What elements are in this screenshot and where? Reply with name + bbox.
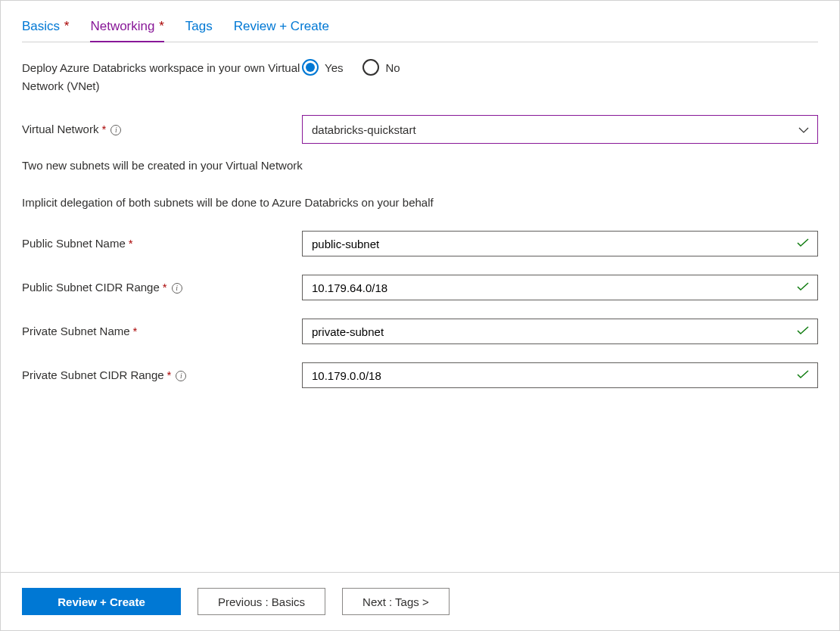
tab-review-label: Review + Create — [234, 19, 329, 33]
chevron-down-icon — [798, 123, 809, 135]
tab-tags-label: Tags — [185, 19, 213, 33]
wizard-footer: Review + Create Previous : Basics Next :… — [1, 572, 839, 630]
vnet-toggle-row: Deploy Azure Databricks workspace in you… — [22, 59, 818, 95]
required-asterisk: * — [163, 279, 167, 296]
public-subnet-cidr-input[interactable] — [302, 275, 818, 300]
public-subnet-name-field-col — [302, 231, 818, 256]
public-subnet-cidr-row: Public Subnet CIDR Range * i — [22, 275, 818, 300]
tab-basics-label: Basics — [22, 19, 60, 33]
next-button[interactable]: Next : Tags > — [342, 588, 450, 615]
public-subnet-cidr-field-col — [302, 275, 818, 300]
public-subnet-name-label: Public Subnet Name — [22, 235, 126, 252]
vnet-toggle-label: Deploy Azure Databricks workspace in you… — [22, 59, 302, 95]
public-subnet-name-input[interactable] — [302, 231, 818, 256]
private-subnet-cidr-field-col — [302, 362, 818, 388]
vnet-radio-yes-label: Yes — [325, 61, 343, 74]
required-asterisk: * — [129, 235, 133, 252]
tab-tags[interactable]: Tags — [185, 17, 213, 42]
tab-review-create[interactable]: Review + Create — [234, 17, 329, 42]
vnet-label: Virtual Network — [22, 121, 98, 138]
radio-selected-icon — [302, 59, 319, 76]
radio-unselected-icon — [362, 59, 379, 76]
private-subnet-name-input[interactable] — [302, 319, 818, 344]
private-subnet-name-row: Private Subnet Name * — [22, 319, 818, 344]
wizard-frame: Basics * Networking * Tags Review + Crea… — [0, 0, 840, 631]
required-asterisk: * — [155, 19, 163, 33]
vnet-select[interactable]: databricks-quickstart — [302, 115, 818, 144]
required-asterisk: * — [167, 367, 172, 384]
previous-button[interactable]: Previous : Basics — [198, 588, 325, 615]
tab-networking[interactable]: Networking * — [90, 17, 163, 42]
private-subnet-name-label-col: Private Subnet Name * — [22, 323, 302, 340]
vnet-select-value: databricks-quickstart — [312, 123, 416, 136]
review-create-button[interactable]: Review + Create — [22, 588, 181, 615]
subnet-info-2: Implicit delegation of both subnets will… — [22, 194, 818, 212]
vnet-radio-yes[interactable]: Yes — [302, 59, 343, 76]
public-subnet-name-row: Public Subnet Name * — [22, 231, 818, 256]
info-icon[interactable]: i — [172, 283, 182, 294]
vnet-field-col: databricks-quickstart — [302, 115, 818, 144]
checkmark-icon — [797, 325, 809, 337]
vnet-radio-no[interactable]: No — [362, 59, 400, 76]
content-area: Basics * Networking * Tags Review + Crea… — [1, 1, 839, 572]
subnet-info-1: Two new subnets will be created in your … — [22, 157, 818, 175]
public-subnet-name-label-col: Public Subnet Name * — [22, 235, 302, 252]
tabs-bar: Basics * Networking * Tags Review + Crea… — [22, 17, 818, 42]
private-subnet-cidr-input[interactable] — [302, 362, 818, 388]
checkmark-icon — [797, 281, 809, 294]
private-subnet-cidr-row: Private Subnet CIDR Range * i — [22, 362, 818, 388]
public-subnet-cidr-label-col: Public Subnet CIDR Range * i — [22, 279, 302, 296]
private-subnet-cidr-label-col: Private Subnet CIDR Range * i — [22, 367, 302, 384]
tab-basics[interactable]: Basics * — [22, 17, 69, 42]
checkmark-icon — [797, 238, 809, 250]
required-asterisk: * — [133, 323, 138, 340]
info-icon[interactable]: i — [176, 371, 186, 381]
required-asterisk: * — [101, 121, 106, 138]
public-subnet-cidr-label: Public Subnet CIDR Range — [22, 279, 160, 296]
required-asterisk: * — [61, 19, 69, 33]
private-subnet-name-field-col — [302, 319, 818, 344]
info-icon[interactable]: i — [110, 125, 121, 135]
private-subnet-cidr-label: Private Subnet CIDR Range — [22, 367, 164, 384]
vnet-radio-group: Yes No — [302, 59, 818, 76]
vnet-toggle-field: Yes No — [302, 59, 818, 76]
vnet-label-col: Virtual Network * i — [22, 121, 302, 138]
checkmark-icon — [797, 369, 809, 381]
vnet-radio-no-label: No — [385, 61, 400, 74]
tab-networking-label: Networking — [90, 19, 154, 33]
private-subnet-name-label: Private Subnet Name — [22, 323, 130, 340]
vnet-select-row: Virtual Network * i databricks-quickstar… — [22, 115, 818, 144]
